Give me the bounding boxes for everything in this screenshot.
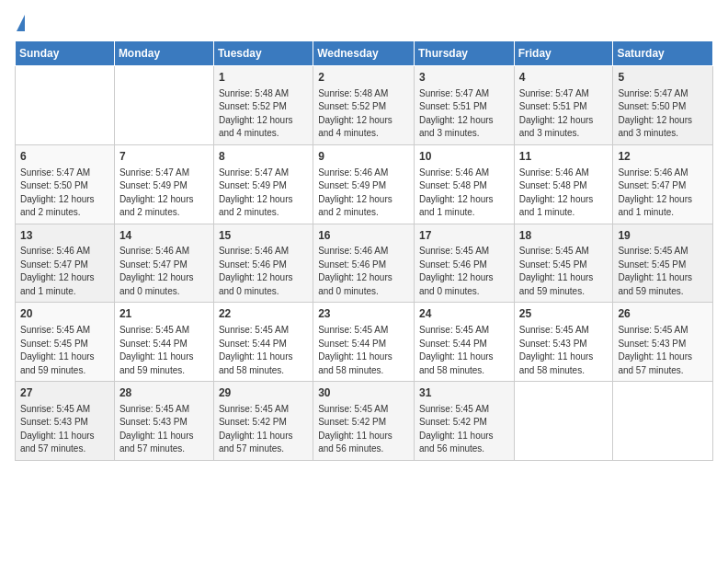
- day-info: Sunrise: 5:46 AM Sunset: 5:46 PM Dayligh…: [219, 245, 308, 298]
- calendar-cell: 23Sunrise: 5:45 AM Sunset: 5:44 PM Dayli…: [313, 303, 415, 382]
- day-info: Sunrise: 5:48 AM Sunset: 5:52 PM Dayligh…: [318, 87, 409, 141]
- calendar-cell: 24Sunrise: 5:45 AM Sunset: 5:44 PM Dayli…: [414, 303, 514, 382]
- day-info: Sunrise: 5:46 AM Sunset: 5:48 PM Dayligh…: [419, 167, 509, 220]
- calendar-cell: 30Sunrise: 5:45 AM Sunset: 5:42 PM Dayli…: [313, 382, 415, 461]
- calendar-cell: 13Sunrise: 5:46 AM Sunset: 5:47 PM Dayli…: [16, 224, 115, 303]
- day-number: 8: [219, 149, 308, 165]
- day-number: 25: [519, 306, 609, 322]
- day-number: 18: [519, 228, 609, 244]
- calendar-cell: 31Sunrise: 5:45 AM Sunset: 5:42 PM Dayli…: [414, 382, 514, 461]
- calendar-week-row: 20Sunrise: 5:45 AM Sunset: 5:45 PM Dayli…: [16, 303, 713, 382]
- day-info: Sunrise: 5:46 AM Sunset: 5:47 PM Dayligh…: [119, 245, 209, 298]
- day-info: Sunrise: 5:45 AM Sunset: 5:44 PM Dayligh…: [219, 324, 308, 377]
- day-info: Sunrise: 5:46 AM Sunset: 5:49 PM Dayligh…: [318, 167, 409, 220]
- day-number: 10: [419, 149, 509, 165]
- page-header: [15, 15, 713, 31]
- day-number: 5: [618, 70, 708, 86]
- day-of-week-saturday: Saturday: [613, 41, 713, 66]
- day-number: 26: [618, 306, 708, 322]
- calendar-cell: [114, 66, 213, 145]
- calendar-cell: 21Sunrise: 5:45 AM Sunset: 5:44 PM Dayli…: [114, 303, 213, 382]
- day-number: 16: [318, 228, 409, 244]
- day-info: Sunrise: 5:45 AM Sunset: 5:44 PM Dayligh…: [318, 324, 409, 377]
- calendar-cell: 6Sunrise: 5:47 AM Sunset: 5:50 PM Daylig…: [16, 144, 115, 224]
- calendar-header-row: SundayMondayTuesdayWednesdayThursdayFrid…: [16, 41, 713, 66]
- day-info: Sunrise: 5:45 AM Sunset: 5:45 PM Dayligh…: [519, 245, 609, 298]
- calendar-cell: 3Sunrise: 5:47 AM Sunset: 5:51 PM Daylig…: [414, 66, 514, 145]
- day-number: 1: [219, 70, 308, 86]
- day-info: Sunrise: 5:45 AM Sunset: 5:45 PM Dayligh…: [20, 324, 109, 377]
- calendar-cell: 12Sunrise: 5:46 AM Sunset: 5:47 PM Dayli…: [613, 144, 713, 224]
- day-info: Sunrise: 5:45 AM Sunset: 5:43 PM Dayligh…: [20, 403, 109, 456]
- day-number: 4: [519, 70, 609, 86]
- day-info: Sunrise: 5:45 AM Sunset: 5:43 PM Dayligh…: [618, 324, 708, 377]
- day-number: 24: [419, 306, 509, 322]
- calendar-cell: [16, 66, 115, 145]
- day-info: Sunrise: 5:47 AM Sunset: 5:49 PM Dayligh…: [119, 167, 209, 220]
- calendar-cell: 22Sunrise: 5:45 AM Sunset: 5:44 PM Dayli…: [213, 303, 313, 382]
- day-of-week-sunday: Sunday: [16, 41, 115, 66]
- day-info: Sunrise: 5:47 AM Sunset: 5:51 PM Dayligh…: [419, 87, 509, 141]
- calendar-cell: [613, 382, 713, 461]
- calendar-body: 1Sunrise: 5:48 AM Sunset: 5:52 PM Daylig…: [16, 66, 713, 461]
- day-of-week-thursday: Thursday: [414, 41, 514, 66]
- day-number: 28: [119, 385, 209, 401]
- day-info: Sunrise: 5:48 AM Sunset: 5:52 PM Dayligh…: [219, 87, 308, 141]
- calendar-table: SundayMondayTuesdayWednesdayThursdayFrid…: [15, 40, 713, 461]
- day-info: Sunrise: 5:45 AM Sunset: 5:42 PM Dayligh…: [219, 403, 308, 456]
- calendar-cell: 19Sunrise: 5:45 AM Sunset: 5:45 PM Dayli…: [613, 224, 713, 303]
- day-number: 3: [419, 70, 509, 86]
- day-info: Sunrise: 5:46 AM Sunset: 5:46 PM Dayligh…: [318, 245, 409, 298]
- calendar-week-row: 27Sunrise: 5:45 AM Sunset: 5:43 PM Dayli…: [16, 382, 713, 461]
- calendar-week-row: 1Sunrise: 5:48 AM Sunset: 5:52 PM Daylig…: [16, 66, 713, 145]
- calendar-cell: 15Sunrise: 5:46 AM Sunset: 5:46 PM Dayli…: [213, 224, 313, 303]
- calendar-cell: 11Sunrise: 5:46 AM Sunset: 5:48 PM Dayli…: [514, 144, 613, 224]
- calendar-cell: 27Sunrise: 5:45 AM Sunset: 5:43 PM Dayli…: [16, 382, 115, 461]
- day-number: 12: [618, 149, 708, 165]
- day-number: 19: [618, 228, 708, 244]
- calendar-cell: 20Sunrise: 5:45 AM Sunset: 5:45 PM Dayli…: [16, 303, 115, 382]
- calendar-cell: 7Sunrise: 5:47 AM Sunset: 5:49 PM Daylig…: [114, 144, 213, 224]
- day-info: Sunrise: 5:46 AM Sunset: 5:48 PM Dayligh…: [519, 167, 609, 220]
- calendar-cell: 29Sunrise: 5:45 AM Sunset: 5:42 PM Dayli…: [213, 382, 313, 461]
- calendar-cell: [514, 382, 613, 461]
- day-number: 17: [419, 228, 509, 244]
- calendar-cell: 17Sunrise: 5:45 AM Sunset: 5:46 PM Dayli…: [414, 224, 514, 303]
- day-number: 6: [20, 149, 109, 165]
- calendar-cell: 10Sunrise: 5:46 AM Sunset: 5:48 PM Dayli…: [414, 144, 514, 224]
- day-number: 30: [318, 385, 409, 401]
- calendar-week-row: 6Sunrise: 5:47 AM Sunset: 5:50 PM Daylig…: [16, 144, 713, 224]
- calendar-cell: 28Sunrise: 5:45 AM Sunset: 5:43 PM Dayli…: [114, 382, 213, 461]
- day-number: 15: [219, 228, 308, 244]
- day-info: Sunrise: 5:47 AM Sunset: 5:51 PM Dayligh…: [519, 87, 609, 141]
- day-number: 13: [20, 228, 109, 244]
- day-info: Sunrise: 5:47 AM Sunset: 5:49 PM Dayligh…: [219, 167, 308, 220]
- day-info: Sunrise: 5:46 AM Sunset: 5:47 PM Dayligh…: [618, 167, 708, 220]
- day-info: Sunrise: 5:47 AM Sunset: 5:50 PM Dayligh…: [618, 87, 708, 141]
- day-info: Sunrise: 5:45 AM Sunset: 5:42 PM Dayligh…: [419, 403, 509, 456]
- day-info: Sunrise: 5:45 AM Sunset: 5:43 PM Dayligh…: [519, 324, 609, 377]
- calendar-cell: 8Sunrise: 5:47 AM Sunset: 5:49 PM Daylig…: [213, 144, 313, 224]
- calendar-cell: 5Sunrise: 5:47 AM Sunset: 5:50 PM Daylig…: [613, 66, 713, 145]
- calendar-cell: 16Sunrise: 5:46 AM Sunset: 5:46 PM Dayli…: [313, 224, 415, 303]
- day-number: 14: [119, 228, 209, 244]
- day-info: Sunrise: 5:45 AM Sunset: 5:44 PM Dayligh…: [419, 324, 509, 377]
- day-of-week-tuesday: Tuesday: [213, 41, 313, 66]
- day-of-week-friday: Friday: [514, 41, 613, 66]
- day-of-week-monday: Monday: [114, 41, 213, 66]
- day-info: Sunrise: 5:46 AM Sunset: 5:47 PM Dayligh…: [20, 245, 109, 298]
- day-number: 29: [219, 385, 308, 401]
- day-info: Sunrise: 5:45 AM Sunset: 5:45 PM Dayligh…: [618, 245, 708, 298]
- day-info: Sunrise: 5:45 AM Sunset: 5:43 PM Dayligh…: [119, 403, 209, 456]
- day-number: 21: [119, 306, 209, 322]
- calendar-cell: 26Sunrise: 5:45 AM Sunset: 5:43 PM Dayli…: [613, 303, 713, 382]
- day-number: 11: [519, 149, 609, 165]
- calendar-cell: 18Sunrise: 5:45 AM Sunset: 5:45 PM Dayli…: [514, 224, 613, 303]
- day-number: 23: [318, 306, 409, 322]
- calendar-cell: 9Sunrise: 5:46 AM Sunset: 5:49 PM Daylig…: [313, 144, 415, 224]
- day-info: Sunrise: 5:47 AM Sunset: 5:50 PM Dayligh…: [20, 167, 109, 220]
- day-number: 22: [219, 306, 308, 322]
- day-of-week-wednesday: Wednesday: [313, 41, 415, 66]
- logo: [15, 15, 25, 31]
- calendar-week-row: 13Sunrise: 5:46 AM Sunset: 5:47 PM Dayli…: [16, 224, 713, 303]
